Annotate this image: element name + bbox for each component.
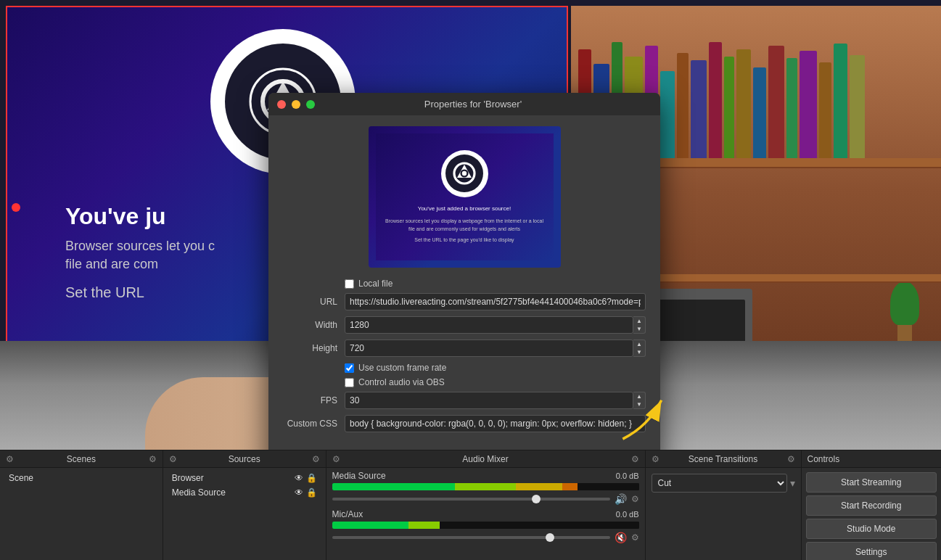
transition-chevron: ▾ bbox=[790, 477, 795, 489]
mic-gear-icon[interactable]: ⚙ bbox=[631, 532, 639, 543]
lock-icon-media[interactable]: 🔒 bbox=[306, 487, 317, 498]
media-volume-thumb[interactable] bbox=[532, 495, 541, 503]
sources-title: Sources bbox=[229, 454, 260, 464]
local-file-row: Local file bbox=[283, 279, 646, 289]
transitions-icon-left: ⚙ bbox=[652, 454, 659, 464]
scenes-icon-right: ⚙ bbox=[149, 454, 157, 464]
width-up[interactable]: ▲ bbox=[633, 317, 645, 325]
preview-text-1: You've just added a browser source! bbox=[385, 205, 543, 214]
fps-row: FPS ▲ ▼ bbox=[283, 392, 646, 409]
sources-icon-left: ⚙ bbox=[169, 454, 177, 464]
browser-headline: You've ju bbox=[65, 203, 215, 230]
transitions-title: Scene Transitions bbox=[689, 454, 757, 464]
height-input[interactable] bbox=[345, 339, 633, 357]
preview-text-3: Set the URL to the page you'd like to di… bbox=[385, 236, 543, 244]
source-browser-name: Browser bbox=[172, 473, 204, 483]
custom-fps-label[interactable]: Use custom frame rate bbox=[358, 363, 446, 373]
media-volume-slider[interactable] bbox=[332, 498, 610, 501]
height-arrows: ▲ ▼ bbox=[633, 339, 646, 357]
eye-icon-media[interactable]: 👁 bbox=[295, 487, 303, 498]
url-input[interactable] bbox=[345, 293, 646, 310]
height-down[interactable]: ▼ bbox=[633, 348, 645, 356]
custom-css-row: Custom CSS bbox=[283, 415, 646, 432]
scenes-title: Scenes bbox=[67, 454, 96, 464]
fps-spinbox: ▲ ▼ bbox=[345, 392, 646, 409]
url-row: URL bbox=[283, 293, 646, 310]
modal-title: Properties for 'Browser' bbox=[295, 99, 652, 110]
controls-content: Start Streaming Start Recording Studio M… bbox=[802, 468, 941, 560]
sources-content: Browser 👁 🔒 Media Source 👁 🔒 bbox=[163, 468, 326, 560]
audio-track-media-name: Media Source bbox=[332, 471, 386, 481]
audio-content: Media Source 0.0 dB bbox=[326, 468, 645, 560]
transitions-icon-right: ⚙ bbox=[787, 454, 795, 464]
source-media-name: Media Source bbox=[172, 487, 226, 498]
media-mute-icon[interactable]: 🔊 bbox=[615, 493, 627, 505]
start-recording-button[interactable]: Start Recording bbox=[806, 495, 937, 516]
browser-preview-image: You've just added a browser source! Brow… bbox=[369, 126, 561, 268]
audio-track-mic-db: 0.0 dB bbox=[616, 510, 639, 519]
studio-mode-button[interactable]: Studio Mode bbox=[806, 519, 937, 539]
fps-up[interactable]: ▲ bbox=[633, 392, 645, 400]
scenes-section: ⚙ Scenes ⚙ Scene + − ∧ ∨ bbox=[0, 450, 163, 560]
bottom-sections: ⚙ Scenes ⚙ Scene + − ∧ ∨ ⚙ Sources ⚙ bbox=[0, 450, 941, 560]
fps-label: FPS bbox=[283, 395, 337, 405]
transition-select[interactable]: Cut bbox=[652, 474, 787, 493]
controls-title: Controls bbox=[808, 454, 840, 464]
modal-body: You've just added a browser source! Brow… bbox=[268, 115, 660, 449]
media-gear-icon[interactable]: ⚙ bbox=[631, 494, 639, 504]
lock-icon[interactable]: 🔒 bbox=[306, 473, 317, 483]
audio-header: ⚙ Audio Mixer ⚙ bbox=[326, 450, 645, 468]
audio-track-media: Media Source 0.0 dB bbox=[332, 471, 639, 505]
custom-fps-checkbox[interactable] bbox=[345, 363, 354, 373]
modal-titlebar: Properties for 'Browser' bbox=[268, 93, 660, 115]
source-browser-icons: 👁 🔒 bbox=[295, 473, 317, 483]
audio-track-media-db: 0.0 dB bbox=[616, 472, 639, 480]
width-spinbox: ▲ ▼ bbox=[345, 316, 646, 334]
height-row: Height ▲ ▼ bbox=[283, 339, 646, 357]
preview-text-2: Browser sources let you display a webpag… bbox=[385, 217, 543, 233]
custom-css-input[interactable] bbox=[345, 415, 646, 432]
browser-urltext: Set the URL bbox=[65, 284, 215, 301]
audio-track-mic: Mic/Aux 0.0 dB 🔇 bbox=[332, 509, 639, 543]
height-up[interactable]: ▲ bbox=[633, 340, 645, 348]
source-item-browser[interactable]: Browser 👁 🔒 bbox=[166, 471, 323, 485]
url-label: URL bbox=[283, 297, 337, 307]
custom-css-label: Custom CSS bbox=[283, 419, 337, 429]
local-file-label[interactable]: Local file bbox=[358, 279, 393, 289]
local-file-checkbox[interactable] bbox=[345, 279, 354, 289]
source-item-media[interactable]: Media Source 👁 🔒 bbox=[166, 485, 323, 500]
close-button[interactable] bbox=[277, 100, 286, 109]
red-indicator bbox=[12, 203, 20, 212]
width-input[interactable] bbox=[345, 316, 633, 334]
scene-item[interactable]: Scene bbox=[3, 471, 160, 485]
custom-fps-row: Use custom frame rate bbox=[283, 363, 646, 373]
audio-title: Audio Mixer bbox=[462, 454, 508, 464]
audio-section: ⚙ Audio Mixer ⚙ Media Source 0.0 dB bbox=[326, 450, 646, 560]
transitions-header: ⚙ Scene Transitions ⚙ bbox=[646, 450, 801, 468]
mic-mute-icon[interactable]: 🔇 bbox=[615, 532, 627, 543]
sources-section: ⚙ Sources ⚙ Browser 👁 🔒 Media Source 👁 bbox=[163, 450, 326, 560]
control-audio-label[interactable]: Control audio via OBS bbox=[358, 377, 445, 387]
start-streaming-button[interactable]: Start Streaming bbox=[806, 472, 937, 493]
width-down[interactable]: ▼ bbox=[633, 325, 645, 333]
transitions-content: Cut ▾ bbox=[646, 468, 801, 560]
settings-button[interactable]: Settings bbox=[806, 542, 937, 560]
control-audio-checkbox[interactable] bbox=[345, 378, 354, 387]
audio-icon-right: ⚙ bbox=[631, 454, 639, 464]
eye-icon[interactable]: 👁 bbox=[295, 473, 303, 483]
properties-dialog[interactable]: Properties for 'Browser' bbox=[268, 93, 660, 481]
scenes-icon-left: ⚙ bbox=[6, 454, 14, 464]
scenes-header: ⚙ Scenes ⚙ bbox=[0, 450, 163, 468]
audio-icon-left: ⚙ bbox=[332, 454, 340, 464]
mic-volume-slider[interactable] bbox=[332, 536, 610, 539]
fps-input[interactable] bbox=[345, 392, 633, 409]
fps-down[interactable]: ▼ bbox=[633, 400, 645, 408]
controls-header: Controls bbox=[802, 450, 941, 468]
sources-icon-right: ⚙ bbox=[312, 454, 320, 464]
mic-volume-thumb[interactable] bbox=[546, 533, 554, 542]
width-arrows: ▲ ▼ bbox=[633, 316, 646, 334]
audio-track-mic-name: Mic/Aux bbox=[332, 509, 363, 519]
source-media-icons: 👁 🔒 bbox=[295, 487, 317, 498]
controls-section: Controls Start Streaming Start Recording… bbox=[802, 450, 941, 560]
svg-point-6 bbox=[462, 171, 467, 176]
